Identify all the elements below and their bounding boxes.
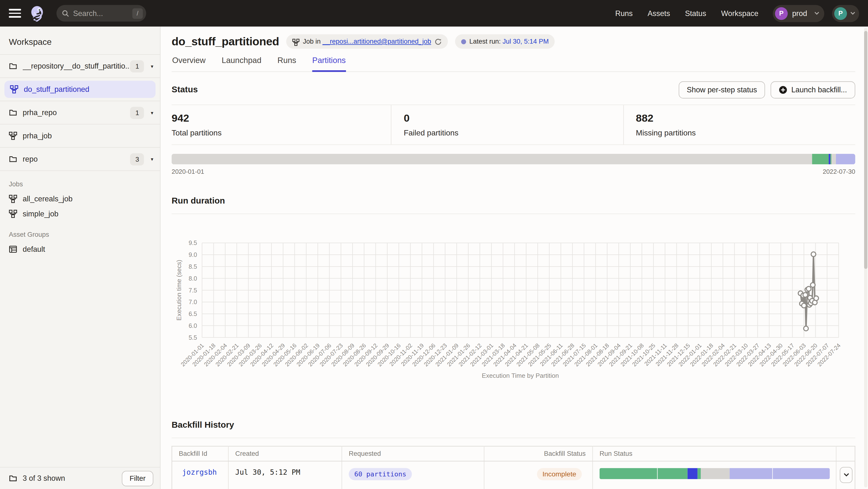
launch-backfill-button[interactable]: Launch backfill...: [771, 81, 855, 98]
bar-segment: [172, 154, 812, 164]
row-actions-cell: [836, 461, 855, 489]
backfill-created: Jul 30, 5:12 PM: [228, 461, 342, 489]
latest-run-prefix: Latest run:: [469, 38, 503, 45]
partition-range-start: 2020-01-01: [172, 168, 204, 175]
dagster-logo-icon[interactable]: [29, 5, 46, 22]
run-status-bar[interactable]: [599, 468, 830, 479]
job-badge-prefix: Job in: [303, 38, 322, 45]
scrollbar-thumb[interactable]: [864, 31, 868, 269]
stat-missing-partitions: 882Missing partitions: [623, 105, 855, 144]
job-origin-badge: Job in __reposi...artitioned@partitioned…: [286, 34, 448, 49]
partition-range-end: 2022-07-30: [823, 168, 855, 175]
svg-text:5.5: 5.5: [189, 334, 197, 341]
job-icon: [292, 38, 300, 45]
bar-segment: [730, 468, 772, 479]
deployment-name: prod: [792, 9, 807, 18]
stat-label: Missing partitions: [636, 128, 856, 137]
latest-run-link[interactable]: Jul 30, 5:14 PM: [503, 38, 549, 45]
tab-launchpad[interactable]: Launchpad: [222, 56, 261, 72]
tab-runs[interactable]: Runs: [277, 56, 296, 72]
count-badge: 3: [130, 153, 144, 165]
shown-count: 3 of 3 shown: [23, 474, 122, 483]
sidebar-item-label: simple_job: [23, 209, 153, 218]
requested-partitions-chip[interactable]: 60 partitions: [349, 468, 412, 480]
svg-text:9.5: 9.5: [189, 239, 197, 246]
backfill-status-cell: Incomplete: [484, 461, 593, 489]
main-content: do_stuff_partitioned Job in __reposi...a…: [160, 27, 868, 489]
sidebar-footer: 3 of 3 shown Filter: [0, 467, 160, 489]
chevron-down-icon[interactable]: ▾: [151, 156, 153, 162]
svg-text:7.5: 7.5: [189, 287, 197, 294]
filter-button[interactable]: Filter: [122, 470, 153, 486]
column-header-run-status: Run Status: [593, 446, 836, 461]
partition-stats: 942Total partitions0Failed partitions882…: [172, 105, 856, 145]
search-shortcut-key: /: [132, 8, 143, 19]
hamburger-menu-icon[interactable]: [9, 9, 21, 18]
bar-segment: [688, 468, 697, 479]
column-header-requested: Requested: [342, 446, 484, 461]
svg-text:8.5: 8.5: [189, 263, 197, 270]
top-navbar: Search... / RunsAssetsStatusWorkspace P …: [0, 0, 868, 27]
stat-label: Total partitions: [172, 128, 391, 137]
sidebar-item-label: all_cereals_job: [23, 195, 153, 203]
sidebar-item-repo[interactable]: repo3▾: [0, 148, 160, 171]
status-actions: Show per-step status Launch backfill...: [678, 81, 855, 98]
job-icon: [9, 132, 17, 140]
folder-icon: [9, 62, 17, 70]
run-duration-chart[interactable]: 5.56.06.57.07.58.08.59.09.52020-01-01202…: [172, 236, 856, 390]
chevron-down-icon[interactable]: ▾: [151, 63, 153, 69]
status-section-header: Status Show per-step status Launch backf…: [172, 81, 856, 98]
partition-status-bar[interactable]: [172, 154, 856, 164]
column-header-created: Created: [228, 446, 342, 461]
sidebar-item-all-cereals-job[interactable]: all_cereals_job: [0, 191, 160, 206]
backfill-history-title: Backfill History: [172, 420, 856, 430]
show-per-step-status-button[interactable]: Show per-step status: [678, 81, 765, 98]
bar-segment: [599, 468, 657, 479]
column-header-backfill-status: Backfill Status: [484, 446, 593, 461]
stat-value: 0: [404, 112, 623, 124]
bar-segment: [831, 154, 836, 164]
status-title: Status: [172, 85, 198, 95]
sidebar-title: Workspace: [0, 27, 160, 55]
run-status-cell: [593, 461, 836, 489]
sidebar-item-do-stuff-partitioned[interactable]: do_stuff_partitioned: [0, 81, 160, 101]
job-origin-link[interactable]: __reposi...artitioned@partitioned_job: [322, 38, 431, 45]
page-header: do_stuff_partitioned Job in __reposi...a…: [172, 27, 856, 49]
topnav-link-workspace[interactable]: Workspace: [721, 9, 758, 18]
stat-label: Failed partitions: [404, 128, 623, 137]
bar-segment: [697, 468, 701, 479]
bar-segment: [701, 468, 730, 479]
user-menu[interactable]: P: [832, 5, 859, 22]
backfill-id-link[interactable]: jozrgsbh: [172, 461, 228, 489]
chevron-down-icon: [814, 12, 819, 15]
chevron-down-icon[interactable]: ▾: [151, 110, 153, 115]
tab-overview[interactable]: Overview: [172, 56, 206, 72]
tab-partitions[interactable]: Partitions: [312, 56, 346, 72]
plus-circle-icon: [779, 86, 787, 94]
topnav-link-runs[interactable]: Runs: [615, 9, 632, 18]
sidebar-item-label: default: [23, 245, 153, 253]
topnav-link-status[interactable]: Status: [685, 9, 706, 18]
count-badge: 1: [130, 107, 144, 119]
deployment-switcher[interactable]: P prod: [773, 5, 824, 22]
reload-icon[interactable]: [434, 38, 442, 45]
topnav-link-assets[interactable]: Assets: [648, 9, 670, 18]
sidebar-item-prha-job[interactable]: prha_job: [0, 125, 160, 148]
stat-value: 882: [636, 112, 856, 124]
search-input[interactable]: Search... /: [57, 5, 146, 22]
sidebar-item-simple-job[interactable]: simple_job: [0, 206, 160, 222]
svg-text:9.0: 9.0: [189, 251, 197, 258]
workspace-sidebar: Workspace __repository__do_stuff_partiti…: [0, 27, 160, 489]
partition-status-bar-wrap: 2020-01-01 2022-07-30: [172, 154, 856, 175]
sidebar-item-repository-do-stuff-partitio[interactable]: __repository__do_stuff_partitio...1▾: [0, 55, 160, 78]
stat-failed-partitions: 0Failed partitions: [391, 105, 623, 144]
user-avatar: P: [834, 7, 847, 20]
backfill-requested-cell: 60 partitions 2020-01-01 2022-07-30: [342, 461, 484, 489]
svg-text:7.0: 7.0: [189, 298, 197, 305]
sidebar-item-prha-repo[interactable]: prha_repo1▾: [0, 101, 160, 125]
workspace-list: __repository__do_stuff_partitio...1▾do_s…: [0, 55, 160, 171]
expand-row-button[interactable]: [840, 467, 853, 483]
sidebar-item-label: prha_repo: [23, 108, 130, 117]
sidebar-item-default[interactable]: default: [0, 242, 160, 257]
main-scrollbar[interactable]: [864, 28, 868, 487]
